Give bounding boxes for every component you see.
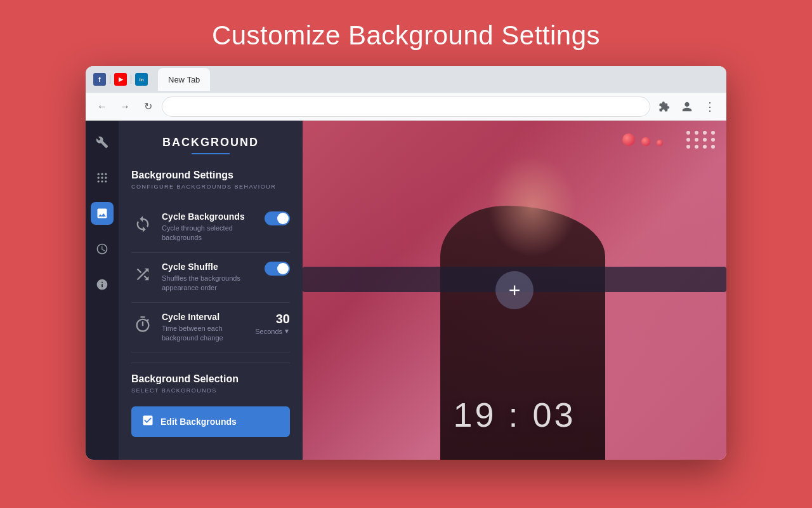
section-2-heading: Background Selection — [131, 373, 290, 385]
cycle-backgrounds-toggle-container — [265, 211, 290, 225]
dot-4 — [711, 131, 715, 135]
cycle-icon — [131, 213, 154, 236]
favicon-sep-1 — [110, 75, 110, 84]
time-display: 19 : 03 — [453, 395, 575, 434]
edit-backgrounds-label: Edit Backgrounds — [160, 417, 237, 427]
panel-title-underline — [192, 153, 230, 154]
settings-panel: BACKGROUND Background Settings CONFIGURE… — [119, 121, 303, 460]
timer-icon — [131, 313, 154, 336]
dot-9 — [686, 145, 690, 149]
cycle-shuffle-desc: Shuffles the backgrounds appearance orde… — [162, 274, 257, 293]
cycle-backgrounds-name: Cycle Backgrounds — [162, 211, 257, 222]
svg-point-8 — [105, 180, 107, 182]
image-icon — [96, 207, 108, 220]
setting-cycle-interval: Cycle Interval Time between each backgro… — [131, 303, 290, 353]
refresh-button[interactable]: ↻ — [139, 98, 157, 116]
cycle-shuffle-name: Cycle Shuffle — [162, 262, 257, 272]
cycle-shuffle-toggle-container — [265, 262, 290, 276]
dot-8 — [711, 138, 715, 142]
browser-navbar: ← → ↻ ⋮ — [86, 93, 726, 121]
favicon-sep-2 — [131, 75, 131, 84]
cycle-interval-unit[interactable]: Seconds ▼ — [255, 328, 290, 335]
dot-7 — [703, 138, 707, 142]
chevron-down-icon: ▼ — [284, 328, 290, 335]
tab-label: New Tab — [168, 75, 200, 84]
address-bar[interactable] — [162, 97, 650, 117]
cycle-interval-content: Cycle Interval Time between each backgro… — [162, 312, 247, 344]
cycle-interval-value[interactable]: 30 — [276, 312, 290, 326]
cycle-shuffle-content: Cycle Shuffle Shuffles the backgrounds a… — [162, 262, 257, 293]
sidebar-item-wrench[interactable] — [91, 131, 114, 154]
svg-point-1 — [101, 173, 103, 175]
dot-10 — [695, 145, 698, 149]
checkbox-check-icon — [141, 414, 154, 429]
page-title: Customize Background Settings — [212, 20, 600, 51]
sphere-3 — [657, 140, 663, 146]
background-selection-section: Background Selection SELECT BACKGROUNDS … — [131, 373, 290, 437]
menu-button[interactable]: ⋮ — [701, 98, 719, 116]
favicon-youtube[interactable]: ▶ — [114, 73, 127, 86]
edit-backgrounds-button[interactable]: Edit Backgrounds — [131, 406, 290, 437]
add-background-button[interactable]: + — [495, 271, 534, 309]
favicon-bar: f ▶ in — [93, 73, 148, 86]
sphere-1 — [622, 133, 635, 146]
svg-point-6 — [98, 180, 100, 182]
section-1-subtitle: CONFIGURE BACKGROUNDS BEHAVIOUR — [131, 184, 290, 190]
back-button[interactable]: ← — [93, 98, 111, 116]
dot-5 — [686, 138, 690, 142]
browser-window: f ▶ in New Tab ← → ↻ ⋮ — [86, 66, 726, 460]
cycle-interval-name: Cycle Interval — [162, 312, 247, 322]
section-2-subtitle: SELECT BACKGROUNDS — [131, 387, 290, 394]
setting-cycle-shuffle: Cycle Shuffle Shuffles the backgrounds a… — [131, 253, 290, 303]
dot-3 — [703, 131, 707, 135]
puzzle-icon — [658, 101, 670, 112]
dot-11 — [703, 145, 707, 149]
decorative-spheres — [622, 133, 663, 146]
sidebar-item-clock[interactable] — [91, 237, 114, 260]
three-dots-icon: ⋮ — [704, 100, 716, 114]
svg-point-2 — [105, 173, 107, 175]
plus-icon: + — [509, 279, 521, 302]
section-divider — [131, 363, 290, 363]
sidebar-item-info[interactable] — [91, 273, 114, 296]
shuffle-icon — [131, 263, 154, 286]
sidebar-item-image[interactable] — [91, 202, 114, 225]
svg-point-4 — [101, 177, 103, 178]
forward-button[interactable]: → — [116, 98, 134, 116]
cycle-interval-control: 30 Seconds ▼ — [255, 312, 290, 335]
cycle-backgrounds-content: Cycle Backgrounds Cycle through selected… — [162, 211, 257, 243]
svg-point-3 — [98, 177, 100, 178]
dot-6 — [695, 138, 698, 142]
cycle-backgrounds-desc: Cycle through selected backgrounds — [162, 224, 257, 243]
svg-point-5 — [105, 177, 107, 178]
info-icon — [96, 278, 108, 291]
grid-dots-icon — [96, 171, 108, 184]
dot-12 — [711, 145, 715, 149]
sidebar-item-grid[interactable] — [91, 166, 114, 189]
browser-content: BACKGROUND Background Settings CONFIGURE… — [86, 121, 726, 460]
favicon-facebook[interactable]: f — [93, 73, 106, 86]
user-icon — [681, 101, 693, 112]
dot-2 — [695, 131, 698, 135]
clock-icon — [96, 243, 108, 255]
account-button[interactable] — [678, 98, 696, 116]
favicon-linkedin[interactable]: in — [135, 73, 148, 86]
dot-1 — [686, 131, 690, 135]
main-preview: + 19 : 03 — [303, 121, 726, 460]
setting-cycle-backgrounds: Cycle Backgrounds Cycle through selected… — [131, 203, 290, 253]
wrench-icon — [96, 136, 108, 149]
cycle-interval-desc: Time between each background change — [162, 324, 247, 344]
sphere-2 — [641, 137, 650, 146]
dots-grid — [686, 131, 716, 149]
sidebar-narrow — [86, 121, 119, 460]
svg-point-0 — [98, 173, 100, 175]
panel-title: BACKGROUND — [131, 136, 290, 149]
cycle-shuffle-toggle[interactable] — [265, 262, 290, 276]
face-highlight — [488, 156, 577, 257]
section-1-heading: Background Settings — [131, 170, 290, 181]
cycle-backgrounds-toggle[interactable] — [265, 211, 290, 225]
extensions-button[interactable] — [655, 98, 673, 116]
browser-tab[interactable]: New Tab — [158, 68, 210, 91]
svg-point-7 — [101, 180, 103, 182]
browser-titlebar: f ▶ in New Tab — [86, 66, 726, 93]
